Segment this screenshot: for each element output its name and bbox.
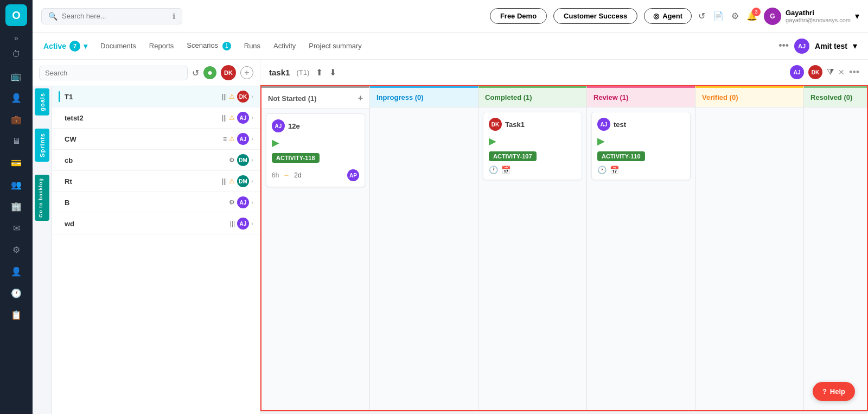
nav-icon-tv[interactable]: 📺 — [7, 66, 26, 86]
customer-success-button[interactable]: Customer Success — [553, 8, 637, 24]
tab-activity[interactable]: Activity — [273, 40, 296, 52]
project-name: tetst2 — [65, 114, 218, 122]
nav-icon-clock[interactable]: ⏱ — [7, 44, 26, 64]
active-dropdown[interactable]: Active 7 ▾ — [43, 41, 87, 52]
filter-icon[interactable]: ⧩ — [827, 67, 834, 77]
nav-icon-people[interactable]: 👥 — [7, 175, 26, 194]
assignee-avatar: AJ — [237, 218, 249, 230]
col-title: Verified (0) — [702, 93, 738, 101]
nav-icon-monitor[interactable]: 🖥 — [7, 131, 26, 151]
notifications-icon[interactable]: 🔔3 — [746, 11, 757, 21]
tab-runs[interactable]: Runs — [244, 40, 260, 52]
card-bottom: 6h ← 2d AP — [272, 169, 359, 181]
activity-tag: ACTIVITY-107 — [489, 151, 537, 161]
amit-label[interactable]: Amit test — [815, 42, 847, 50]
chevron-right-icon: › — [251, 220, 253, 227]
amit-avatar: AJ — [794, 39, 809, 54]
vtab-backlog[interactable]: Go to backlog — [35, 175, 49, 221]
agent-button[interactable]: ◎ Agent — [644, 8, 692, 24]
list-item[interactable]: tetst2 ||| ⚠ AJ › — [52, 107, 260, 129]
activity-tag: ACTIVITY-118 — [272, 153, 320, 163]
tab-reports[interactable]: Reports — [149, 40, 174, 52]
tab-scenarios[interactable]: Scenarios 1 — [187, 39, 231, 53]
col-title: Completed (1) — [485, 93, 532, 101]
nav-icon-mail[interactable]: ✉ — [7, 218, 26, 238]
app-logo[interactable]: O — [5, 4, 27, 26]
col-add-button[interactable]: + — [358, 93, 363, 103]
col-header-resolved: Resolved (0) — [804, 86, 868, 107]
dk-header-avatar[interactable]: DK — [221, 65, 236, 80]
vtab-goals[interactable]: goals — [35, 88, 49, 116]
nav-icon-settings[interactable]: ⚙ — [7, 240, 26, 259]
nav-icon-team[interactable]: 🏢 — [7, 196, 26, 216]
project-search-input[interactable] — [39, 66, 188, 80]
tab-project-summary[interactable]: Project summary — [309, 40, 362, 52]
project-icons: ||| ⚠ AJ › — [222, 112, 253, 124]
user-info: Gayathri gayathri@snovasys.com — [786, 9, 851, 23]
settings-header-icon[interactable]: ⚙ — [731, 11, 739, 21]
project-icons: ⚙ AJ › — [229, 196, 253, 208]
clock-icon[interactable]: 🕐 — [489, 165, 498, 174]
sidebar-more-icon[interactable]: » — [14, 34, 18, 42]
search-box: 🔍 ℹ — [41, 8, 182, 24]
tab-documents[interactable]: Documents — [100, 40, 136, 52]
assignee-avatar: DK — [237, 91, 249, 103]
project-name: wd — [65, 220, 226, 228]
download-icon[interactable]: ⬇ — [329, 67, 336, 78]
vtab-sprints[interactable]: Sprints — [35, 129, 49, 162]
nav-icon-person-settings[interactable]: 👤 — [7, 262, 26, 281]
nav-icon-briefcase[interactable]: 💼 — [7, 110, 26, 129]
amit-dropdown-icon[interactable]: ▾ — [853, 41, 857, 51]
user-section[interactable]: G Gayathri gayathri@snovasys.com ▾ — [764, 8, 859, 25]
play-button[interactable]: ▶ — [272, 137, 359, 149]
card-arrow-icon: ← — [283, 171, 290, 179]
close-filter-icon[interactable]: ✕ — [838, 68, 845, 77]
priority-icon: ||| — [230, 220, 235, 227]
priority-icon: ⚙ — [229, 199, 235, 206]
info-icon[interactable]: ℹ — [173, 12, 175, 21]
nav-icon-card[interactable]: 💳 — [7, 153, 26, 173]
col-title: Not Started (1) — [268, 94, 317, 103]
refresh-header-icon[interactable]: ↺ — [698, 11, 705, 21]
list-item[interactable]: wd ||| AJ › — [52, 213, 260, 234]
more-options-icon[interactable]: ••• — [849, 67, 859, 78]
nav-icon-user[interactable]: 👤 — [7, 88, 26, 107]
sub-header-right: ••• AJ Amit test ▾ — [778, 39, 857, 54]
col-header-review: Review (1) — [587, 86, 695, 107]
calendar-icon[interactable]: 📅 — [610, 165, 619, 174]
col-title: Review (1) — [593, 93, 628, 101]
play-button[interactable]: ▶ — [597, 135, 685, 147]
document-header-icon[interactable]: 📄 — [713, 11, 724, 21]
card-time: 6h — [272, 171, 279, 179]
nav-icon-doc[interactable]: 📋 — [7, 305, 26, 324]
add-button[interactable]: + — [240, 66, 253, 79]
calendar-icon[interactable]: 📅 — [501, 165, 510, 174]
search-input[interactable] — [62, 12, 168, 20]
project-icons: ≡ ⚠ AJ › — [223, 133, 253, 145]
chevron-right-icon: › — [251, 135, 253, 143]
nav-icon-history[interactable]: 🕐 — [7, 283, 26, 303]
content-body: ↺ ● DK + goals Sprints Go — [33, 60, 868, 414]
project-icons: ||| AJ › — [230, 218, 253, 230]
kanban-col-not-started: Not Started (1) + AJ 12e ▶ ACTIVITY-118 — [261, 86, 370, 410]
kanban-col-resolved: Resolved (0) — [804, 86, 868, 410]
list-item[interactable]: Rt ||| ⚠ DM › — [52, 171, 260, 192]
main-content: 🔍 ℹ Free Demo Customer Success ◎ Agent ↺… — [33, 0, 868, 414]
user-dropdown-icon[interactable]: ▾ — [855, 11, 859, 21]
play-button[interactable]: ▶ — [489, 135, 576, 147]
list-item[interactable]: B ⚙ AJ › — [52, 192, 260, 213]
card-assignee-avatar: AJ — [597, 118, 610, 131]
upload-icon[interactable]: ⬆ — [316, 67, 323, 78]
priority-icon: ⚙ — [229, 156, 235, 164]
free-demo-button[interactable]: Free Demo — [490, 8, 547, 24]
list-item[interactable]: T1 ||| ⚠ DK › — [52, 86, 260, 107]
list-item[interactable]: cb ⚙ DM › — [52, 150, 260, 171]
help-button[interactable]: ? Help — [813, 382, 855, 401]
kanban-card: AJ 12e ▶ ACTIVITY-118 6h ← 2d AP — [266, 113, 365, 187]
assignee-avatar: AJ — [237, 196, 249, 208]
assignee-avatar: DM — [237, 175, 249, 187]
clock-icon[interactable]: 🕐 — [597, 165, 607, 174]
refresh-icon[interactable]: ↺ — [192, 68, 199, 78]
list-item[interactable]: CW ≡ ⚠ AJ › — [52, 129, 260, 150]
sub-header-more-icon[interactable]: ••• — [778, 40, 789, 52]
